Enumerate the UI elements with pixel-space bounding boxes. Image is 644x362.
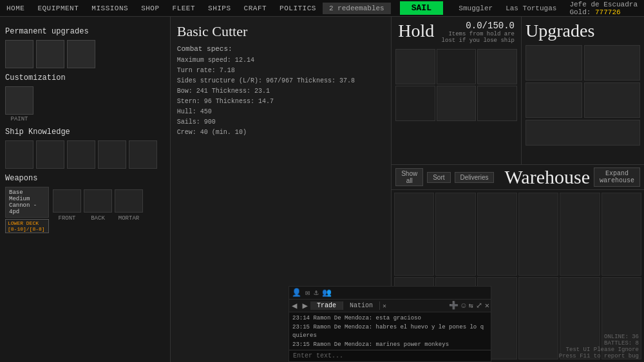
- hold-cell-6[interactable]: [477, 86, 517, 121]
- chat-tab-nation[interactable]: Nation: [343, 301, 380, 310]
- upgrade-cell-3[interactable]: [526, 82, 582, 118]
- lower-deck-label: LOWER DECK [8-10]/[8-8]: [5, 219, 49, 233]
- wh-cell-1[interactable]: [394, 193, 434, 276]
- wh-cell-2[interactable]: [435, 193, 475, 276]
- chat-prev-btn[interactable]: ◀: [289, 300, 299, 311]
- hold-section: Hold 0.0/150.0 Items from hold are lost …: [392, 17, 644, 165]
- upgrade-cell-1[interactable]: [526, 45, 582, 81]
- spec-turn-rate: Turn rate: 7.18: [177, 66, 384, 76]
- expand-label: Expand: [600, 170, 634, 177]
- sk-slot-5[interactable]: [129, 140, 157, 169]
- mortar-label: MORTAR: [115, 215, 143, 222]
- wh-cell-4[interactable]: [518, 193, 558, 276]
- hold-grid: [392, 45, 521, 125]
- chat-tabs: ◀ ▶ Trade Nation ✕ ➕ ☺ ⇆ ⤢ ✕: [289, 300, 491, 312]
- equipped-weapon: Base Medium Cannon - 4pd LOWER DECK [8-1…: [5, 187, 49, 233]
- perm-slot-2[interactable]: [36, 40, 64, 68]
- nav-craft[interactable]: CRAFT: [238, 2, 274, 15]
- gold-info: Gold: 777726: [569, 8, 638, 16]
- nav-equipment[interactable]: EQUIPMENT: [31, 2, 85, 15]
- chat-icon-expand[interactable]: ⤢: [476, 301, 482, 310]
- chat-icon-add[interactable]: ➕: [449, 301, 459, 310]
- chat-input-placeholder[interactable]: Enter text...: [293, 352, 343, 359]
- nav-politics[interactable]: POLITICS: [273, 2, 323, 15]
- weapons-area: Base Medium Cannon - 4pd LOWER DECK [8-1…: [5, 187, 165, 233]
- sk-slot-1[interactable]: [5, 140, 33, 169]
- hold-main: Hold 0.0/150.0 Items from hold are lost …: [392, 17, 522, 165]
- ship-name: Basic Cutter: [177, 23, 384, 40]
- chat-next-btn[interactable]: ▶: [299, 300, 310, 311]
- spec-sides: Sides structure (L/R): 967/967 Thickness…: [177, 76, 384, 86]
- hold-capacity-info: 0.0/150.0 Items from hold are lost if yo…: [434, 21, 515, 44]
- hold-cell-2[interactable]: [437, 49, 477, 84]
- weapon-slot-1[interactable]: [53, 189, 81, 213]
- nav-missions[interactable]: MISSIONS: [85, 2, 135, 15]
- hold-capacity: 0.0/150.0: [434, 21, 515, 31]
- chat-action-row: 👤 ✉ ⚓ 👥: [289, 287, 491, 300]
- hold-max: 150.0: [488, 21, 515, 31]
- sail-button[interactable]: SAIL: [400, 1, 443, 15]
- hold-current: 0.0: [466, 21, 482, 31]
- hold-cell-5[interactable]: [437, 86, 477, 121]
- top-right-info: Smuggler Las Tortugas Jefe de Escuadra G…: [459, 1, 644, 16]
- chat-right-icons: ➕ ☺ ⇆ ⤢ ✕: [449, 301, 491, 310]
- sk-slot-3[interactable]: [67, 140, 95, 169]
- gold-label: Gold:: [569, 8, 591, 16]
- nav-shop[interactable]: SHOP: [135, 2, 166, 15]
- warehouse-controls: Show all Sort Deliveries Warehouse Expan…: [392, 165, 644, 190]
- nav-ships[interactable]: SHIPS: [202, 2, 238, 15]
- hold-cell-1[interactable]: [395, 49, 435, 84]
- hold-warning: Items from hold are lost if you lose shi…: [434, 31, 515, 44]
- test-ui-label: Test UI Please Ignore: [520, 347, 639, 353]
- hold-cell-4[interactable]: [395, 86, 435, 121]
- perm-slot-3[interactable]: [67, 40, 95, 68]
- chat-close-tab[interactable]: ✕: [380, 302, 389, 310]
- hold-slash: /: [482, 21, 488, 31]
- chat-icon-close[interactable]: ✕: [485, 301, 489, 310]
- chat-icon-arrows[interactable]: ⇆: [469, 301, 473, 310]
- upgrade-cell-4[interactable]: [584, 82, 641, 118]
- expand-warehouse-button[interactable]: Expand warehouse: [594, 167, 640, 187]
- chat-tab-trade[interactable]: Trade: [310, 301, 343, 310]
- chat-group-icon[interactable]: 👥: [322, 288, 332, 298]
- chat-mail-icon[interactable]: ✉: [305, 288, 310, 298]
- paint-label: PAINT: [10, 116, 28, 122]
- weapon-slot-3[interactable]: [115, 189, 143, 213]
- hold-cell-3[interactable]: [477, 49, 517, 84]
- chat-icon-smiley[interactable]: ☺: [461, 301, 466, 310]
- chat-input-area[interactable]: Enter text...: [289, 350, 491, 361]
- perm-slot-1[interactable]: [5, 40, 33, 68]
- wh-cell-5[interactable]: [560, 193, 600, 276]
- deliveries-button[interactable]: Deliveries: [455, 172, 495, 183]
- upgrade-grid: [526, 45, 640, 146]
- spec-crew: Crew: 40 (min. 10): [177, 128, 384, 138]
- chat-anchor-icon[interactable]: ⚓: [314, 288, 318, 298]
- nav-fleet[interactable]: FLEET: [166, 2, 202, 15]
- sk-slot-4[interactable]: [98, 140, 126, 169]
- weapon-slot-2[interactable]: [84, 189, 112, 213]
- location-label: Las Tortugas: [506, 5, 556, 12]
- specs-title: Combat specs:: [177, 45, 384, 53]
- chat-msg-3: 23:15 Ramon De Mendoza: marines power mo…: [292, 341, 488, 350]
- deck-name: LOWER DECK: [8, 220, 46, 226]
- upgrade-cell-2[interactable]: [584, 45, 641, 81]
- redeemables-button[interactable]: 2 redeemables: [323, 3, 391, 14]
- upgrades-title: Upgrades: [526, 21, 640, 41]
- upgrade-cell-wide[interactable]: [526, 120, 640, 146]
- spec-max-speed: Maximum speed: 12.14: [177, 55, 384, 66]
- sk-slot-2[interactable]: [36, 140, 64, 169]
- wh-cell-3[interactable]: [477, 193, 517, 276]
- chat-msg-1: 23:14 Ramon De Mendoza: esta gracioso: [292, 314, 488, 323]
- weapon-info: Base Medium Cannon - 4pd: [5, 187, 49, 218]
- chat-person-icon[interactable]: 👤: [292, 288, 301, 298]
- jefe-info: Jefe de Escuadra Gold: 777726: [569, 1, 638, 16]
- nav-home[interactable]: HOME: [0, 2, 31, 15]
- battles-count: BATTLES: 8: [520, 340, 639, 347]
- wh-cell-6[interactable]: [601, 193, 641, 276]
- spec-stern: Stern: 96 Thickness: 14.7: [177, 97, 384, 107]
- sort-button[interactable]: Sort: [427, 172, 450, 183]
- paint-slot[interactable]: [5, 86, 33, 115]
- chat-messages: 23:14 Ramon De Mendoza: esta gracioso 23…: [289, 312, 491, 350]
- weapon-position-labels: FRONT BACK MORTAR: [53, 214, 143, 222]
- show-all-button[interactable]: Show all: [395, 168, 423, 186]
